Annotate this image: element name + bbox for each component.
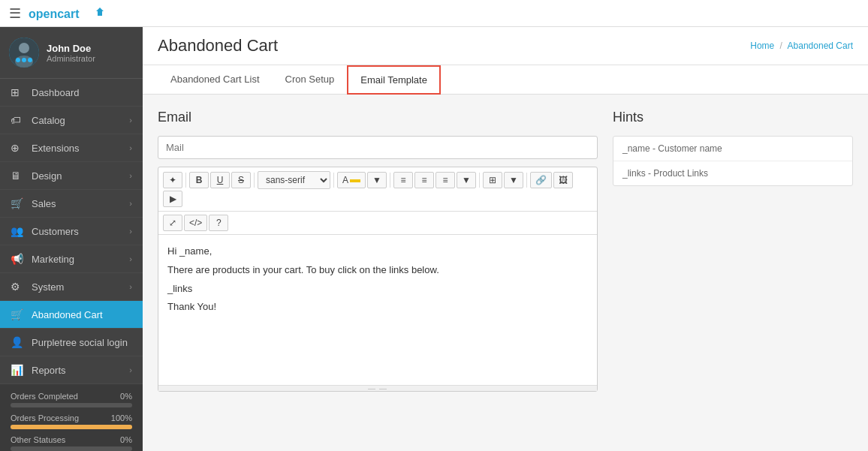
nav-label-marketing: Marketing [32, 254, 129, 265]
separator [185, 173, 186, 188]
nav-label-customers: Customers [32, 226, 129, 237]
logo: opencart [29, 5, 111, 22]
svg-point-2 [19, 43, 29, 53]
svg-point-4 [16, 58, 20, 62]
stat-label-0: Orders Completed 0% [11, 392, 132, 401]
nav-label-design: Design [32, 170, 129, 182]
toolbar-table[interactable]: ⊞ [483, 172, 502, 188]
separator3 [333, 173, 334, 188]
nav-icon-purpletree: 👤 [11, 336, 26, 348]
nav-label-catalog: Catalog [32, 115, 129, 126]
user-info: John Doe Administrator [47, 43, 95, 63]
separator6 [526, 173, 527, 188]
svg-text:opencart: opencart [29, 8, 80, 20]
mail-input[interactable] [158, 136, 598, 159]
sidebar-item-abandoned-cart[interactable]: 🛒 Abandoned Cart [0, 301, 143, 329]
main-wrapper: John Doe Administrator ⊞ Dashboard 🏷 Cat… [0, 27, 868, 451]
separator5 [479, 173, 480, 188]
sidebar-item-sales[interactable]: 🛒 Sales › [0, 190, 143, 218]
editor-body[interactable]: Hi _name, There are products in your car… [158, 235, 597, 385]
sidebar-item-purpletree[interactable]: 👤 Purpletree social login [0, 329, 143, 356]
nav-icon-system: ⚙ [11, 281, 26, 293]
hints-title: Hints [613, 110, 853, 125]
toolbar-ol[interactable]: ≡ [414, 172, 434, 188]
user-block: John Doe Administrator [0, 27, 143, 79]
sidebar-item-customers[interactable]: 👥 Customers › [0, 218, 143, 245]
toolbar-source[interactable]: </> [184, 215, 207, 231]
toolbar-ul[interactable]: ≡ [393, 172, 413, 188]
toolbar-row2: ⤢ </> ? [158, 212, 597, 235]
nav-label-purpletree: Purpletree social login [32, 337, 132, 348]
sidebar-item-catalog[interactable]: 🏷 Catalog › [0, 107, 143, 134]
toolbar-font-select[interactable]: sans-serif serif monospace [258, 171, 330, 189]
resize-indicator: — — [368, 384, 387, 392]
user-role: Administrator [47, 54, 95, 63]
nav-icon-extensions: ⊕ [11, 142, 26, 154]
hints-section: Hints _name - Customer name_links - Prod… [613, 110, 853, 392]
toolbar-media[interactable]: ▶ [163, 191, 182, 207]
nav-icon-catalog: 🏷 [11, 114, 26, 126]
nav-label-abandoned-cart: Abandoned Cart [32, 309, 132, 320]
sidebar-stats: Orders Completed 0% Orders Processing 10… [0, 384, 143, 451]
stat-bar-0 [11, 403, 132, 407]
editor-resize-handle[interactable]: — — [158, 385, 597, 391]
toolbar-font-color[interactable]: A [337, 172, 366, 188]
nav-icon-sales: 🛒 [11, 197, 26, 209]
nav-icon-reports: 📊 [11, 364, 26, 376]
toolbar-underline[interactable]: U [210, 172, 230, 188]
nav-icon-design: 🖥 [11, 170, 26, 182]
stat-bar-fill-1 [11, 425, 132, 429]
nav-arrow-sales: › [129, 199, 132, 208]
toolbar-link[interactable]: 🔗 [530, 172, 552, 188]
sidebar-item-marketing[interactable]: 📢 Marketing › [0, 245, 143, 273]
nav-arrow-catalog: › [129, 116, 132, 125]
avatar [9, 38, 39, 68]
editor-line1: Hi _name, [167, 244, 588, 260]
email-section: Email ✦ B U S sans-serif serif monospace [158, 110, 598, 392]
tab-list[interactable]: Abandoned Cart List [158, 65, 273, 95]
toolbar-bold[interactable]: B [189, 172, 209, 188]
content: Abandoned Cart Home / Abandoned Cart Aba… [143, 27, 868, 451]
nav-arrow-design: › [129, 171, 132, 180]
nav-arrow-system: › [129, 282, 132, 291]
toolbar-font-color-arrow[interactable]: ▼ [367, 172, 387, 188]
sidebar-item-system[interactable]: ⚙ System › [0, 273, 143, 301]
toolbar-table-arrow[interactable]: ▼ [504, 172, 523, 188]
nav-arrow-customers: › [129, 227, 132, 236]
toolbar-fullscreen[interactable]: ⤢ [163, 215, 182, 231]
toolbar-strikethrough[interactable]: S [231, 172, 251, 188]
page-header: Abandoned Cart Home / Abandoned Cart [143, 27, 868, 65]
editor-line3: _links [167, 281, 588, 297]
sidebar: John Doe Administrator ⊞ Dashboard 🏷 Cat… [0, 27, 143, 451]
toolbar-image[interactable]: 🖼 [553, 172, 573, 188]
toolbar-help[interactable]: ? [209, 215, 228, 231]
stat-bar-2 [11, 446, 132, 451]
breadcrumb-home[interactable]: Home [750, 41, 774, 51]
editor-line4: Thank You! [167, 299, 588, 315]
tab-email[interactable]: Email Template [347, 65, 441, 95]
tab-cron[interactable]: Cron Setup [273, 65, 348, 95]
svg-point-5 [22, 58, 26, 62]
toolbar-align[interactable]: ≡ [436, 172, 455, 188]
menu-icon[interactable]: ☰ [9, 5, 21, 22]
stat-list: Orders Completed 0% Orders Processing 10… [11, 392, 132, 451]
stat-item-1: Orders Processing 100% [11, 413, 132, 429]
sidebar-item-dashboard[interactable]: ⊞ Dashboard [0, 79, 143, 107]
user-name: John Doe [47, 43, 95, 54]
toolbar-magic[interactable]: ✦ [163, 172, 182, 188]
editor-line2: There are products in your cart. To buy … [167, 263, 588, 278]
nav-icon-customers: 👥 [11, 225, 26, 237]
sidebar-item-extensions[interactable]: ⊕ Extensions › [0, 134, 143, 162]
separator4 [390, 173, 390, 188]
breadcrumb: Home / Abandoned Cart [750, 41, 853, 51]
editor-toolbar: ✦ B U S sans-serif serif monospace [158, 167, 597, 212]
stat-label-2: Other Statuses 0% [11, 435, 132, 444]
sidebar-item-design[interactable]: 🖥 Design › [0, 162, 143, 190]
nav-label-system: System [32, 281, 129, 293]
sidebar-item-reports[interactable]: 📊 Reports › [0, 356, 143, 384]
nav-label-dashboard: Dashboard [32, 87, 132, 98]
toolbar-align-arrow[interactable]: ▼ [457, 172, 476, 188]
editor-container: ✦ B U S sans-serif serif monospace [158, 167, 598, 392]
nav-icon-dashboard: ⊞ [11, 86, 26, 98]
breadcrumb-current[interactable]: Abandoned Cart [788, 41, 853, 51]
